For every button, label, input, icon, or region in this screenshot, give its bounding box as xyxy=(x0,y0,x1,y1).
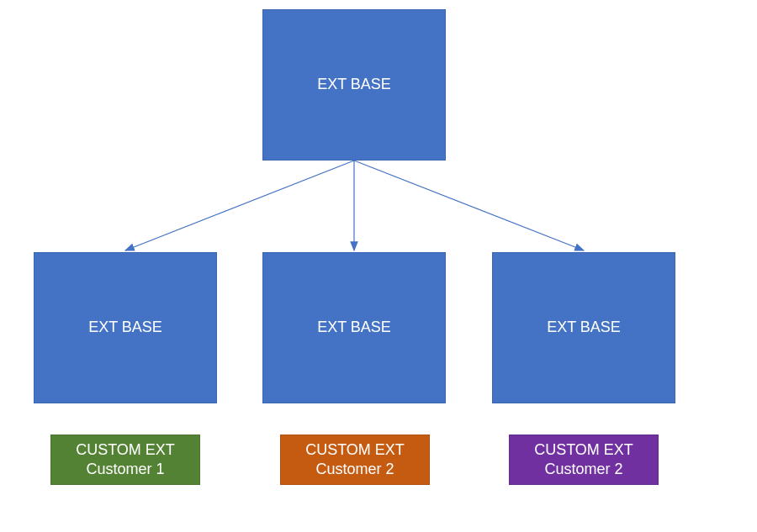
custom-ext-customer2-box: CUSTOM EXT Customer 2 xyxy=(280,435,430,485)
child2-ext-base-box: EXT BASE xyxy=(262,252,446,403)
custom2-line2: Customer 2 xyxy=(305,460,405,479)
child3-ext-base-box: EXT BASE xyxy=(492,252,675,403)
child3-ext-base-label: EXT BASE xyxy=(547,318,621,337)
custom2-text: CUSTOM EXT Customer 2 xyxy=(305,440,405,480)
custom3-line1: CUSTOM EXT xyxy=(534,440,633,460)
custom3-line2: Customer 2 xyxy=(534,460,633,479)
custom1-line2: Customer 1 xyxy=(76,460,175,479)
custom-ext-customer1-box: CUSTOM EXT Customer 1 xyxy=(50,435,200,485)
connector-root-child3 xyxy=(354,161,584,250)
child2-ext-base-label: EXT BASE xyxy=(317,318,391,337)
root-ext-base-label: EXT BASE xyxy=(317,75,391,94)
custom3-text: CUSTOM EXT Customer 2 xyxy=(534,440,633,480)
custom2-line1: CUSTOM EXT xyxy=(305,440,405,460)
custom1-line1: CUSTOM EXT xyxy=(76,440,175,460)
root-ext-base-box: EXT BASE xyxy=(262,9,446,161)
custom-ext-customer3-box: CUSTOM EXT Customer 2 xyxy=(509,435,659,485)
custom1-text: CUSTOM EXT Customer 1 xyxy=(76,440,175,480)
child1-ext-base-box: EXT BASE xyxy=(34,252,217,403)
child1-ext-base-label: EXT BASE xyxy=(88,318,162,337)
connector-root-child1 xyxy=(125,161,354,250)
